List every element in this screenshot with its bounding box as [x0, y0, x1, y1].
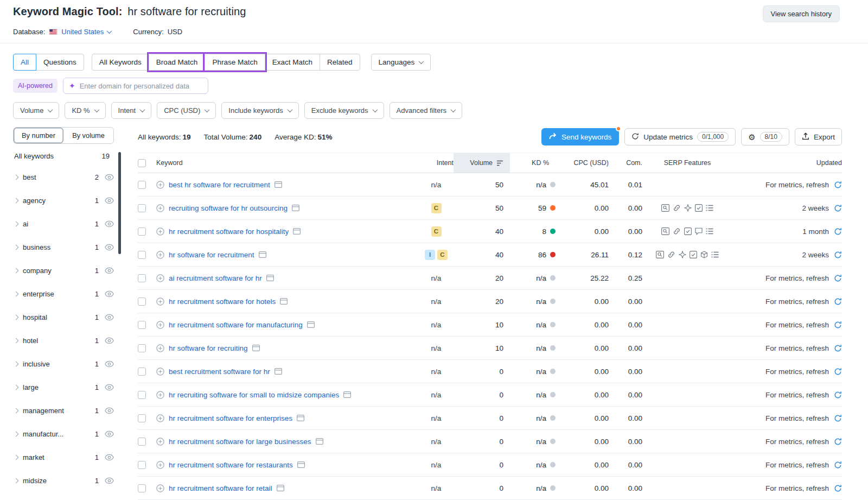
serp-preview-icon[interactable]: [277, 485, 284, 491]
serp-preview-icon[interactable]: [316, 438, 323, 445]
keyword-link[interactable]: hr recruitment software for retail: [169, 484, 272, 492]
filter-intent[interactable]: Intent: [111, 102, 152, 119]
filter-cpc-usd[interactable]: CPC (USD): [157, 102, 216, 119]
keyword-link[interactable]: recruiting software for hr outsourcing: [169, 204, 288, 212]
column-cpc[interactable]: CPC (USD): [557, 153, 611, 173]
serp-preview-icon[interactable]: [266, 275, 274, 281]
row-checkbox[interactable]: [138, 414, 146, 422]
add-keyword-icon[interactable]: [156, 368, 164, 376]
column-keyword[interactable]: Keyword: [156, 153, 419, 173]
refresh-icon[interactable]: [834, 438, 842, 446]
refresh-icon[interactable]: [834, 204, 842, 212]
add-keyword-icon[interactable]: [156, 251, 164, 259]
sidebar-group-market[interactable]: market 1: [13, 446, 114, 469]
eye-icon[interactable]: [105, 197, 114, 204]
column-updated[interactable]: Updated: [730, 153, 842, 173]
eye-icon[interactable]: [105, 431, 114, 438]
eye-icon[interactable]: [105, 384, 114, 391]
tab-phrase-match[interactable]: Phrase Match: [205, 54, 265, 71]
sidebar-group-midsize[interactable]: midsize 1: [13, 469, 114, 492]
row-checkbox[interactable]: [138, 344, 146, 352]
tab-all-keywords[interactable]: All Keywords: [92, 54, 149, 71]
export-button[interactable]: Export: [795, 128, 842, 145]
row-checkbox[interactable]: [138, 484, 146, 492]
sidebar-group-best[interactable]: best 2: [13, 166, 114, 189]
eye-icon[interactable]: [105, 220, 114, 227]
serp-preview-icon[interactable]: [297, 461, 305, 468]
send-keywords-button[interactable]: Send keywords: [541, 128, 619, 145]
column-serp-features[interactable]: SERP Features: [644, 153, 730, 173]
update-metrics-button[interactable]: Update metrics 0/1,000: [624, 128, 736, 145]
column-com[interactable]: Com.: [611, 153, 644, 173]
serp-preview-icon[interactable]: [275, 181, 282, 188]
refresh-icon[interactable]: [834, 368, 842, 376]
add-keyword-icon[interactable]: [156, 484, 164, 492]
serp-preview-icon[interactable]: [259, 251, 266, 258]
sidebar-group-company[interactable]: company 1: [13, 259, 114, 282]
row-checkbox[interactable]: [138, 204, 146, 212]
eye-icon[interactable]: [105, 477, 114, 484]
tab-broad-match[interactable]: Broad Match: [149, 54, 206, 71]
add-keyword-icon[interactable]: [156, 298, 164, 306]
tab-related[interactable]: Related: [320, 54, 360, 71]
tab-exact-match[interactable]: Exact Match: [265, 54, 320, 71]
refresh-icon[interactable]: [834, 181, 842, 189]
add-keyword-icon[interactable]: [156, 181, 164, 189]
sidebar-group-business[interactable]: business 1: [13, 236, 114, 259]
refresh-icon[interactable]: [834, 227, 842, 236]
row-checkbox[interactable]: [138, 368, 146, 376]
row-checkbox[interactable]: [138, 251, 146, 259]
row-checkbox[interactable]: [138, 461, 146, 469]
column-volume[interactable]: Volume: [454, 153, 510, 173]
refresh-icon[interactable]: [834, 251, 842, 259]
select-all-checkbox[interactable]: [138, 159, 146, 167]
by-number-toggle[interactable]: By number: [14, 128, 63, 143]
sidebar-group-inclusive[interactable]: inclusive 1: [13, 352, 114, 376]
sidebar-group-agency[interactable]: agency 1: [13, 189, 114, 212]
row-checkbox[interactable]: [138, 274, 146, 282]
sidebar-group-large[interactable]: large 1: [13, 376, 114, 399]
eye-icon[interactable]: [105, 244, 114, 251]
serp-preview-icon[interactable]: [293, 228, 301, 235]
serp-preview-icon[interactable]: [275, 368, 282, 375]
sidebar-group-management[interactable]: management 1: [13, 399, 114, 422]
add-keyword-icon[interactable]: [156, 227, 164, 236]
serp-preview-icon[interactable]: [307, 321, 315, 328]
keyword-link[interactable]: hr recruitment software for manufacturin…: [169, 321, 303, 329]
keyword-link[interactable]: best hr software for recruitment: [169, 181, 270, 189]
row-checkbox[interactable]: [138, 391, 146, 399]
keyword-link[interactable]: hr recruiting software for small to mids…: [169, 391, 339, 399]
column-kd[interactable]: KD %: [510, 153, 557, 173]
keyword-link[interactable]: hr recruitment software for hospitality: [169, 227, 289, 236]
row-checkbox[interactable]: [138, 227, 146, 236]
eye-icon[interactable]: [105, 360, 114, 368]
eye-icon[interactable]: [105, 454, 114, 461]
eye-icon[interactable]: [105, 407, 114, 414]
keyword-link[interactable]: hr recruitment software for enterprises: [169, 414, 292, 422]
eye-icon[interactable]: [105, 314, 114, 321]
column-intent[interactable]: Intent: [419, 153, 454, 173]
add-keyword-icon[interactable]: [156, 461, 164, 469]
row-checkbox[interactable]: [138, 321, 146, 329]
sidebar-group-hospital[interactable]: hospital 1: [13, 306, 114, 329]
eye-icon[interactable]: [105, 337, 114, 344]
filter-exclude-keywords[interactable]: Exclude keywords: [304, 102, 384, 119]
sidebar-group-manufactur[interactable]: manufactur... 1: [13, 422, 114, 446]
tab-all[interactable]: All: [13, 54, 36, 71]
refresh-icon[interactable]: [834, 321, 842, 329]
refresh-icon[interactable]: [834, 298, 842, 306]
filter-include-keywords[interactable]: Include keywords: [221, 102, 298, 119]
row-checkbox[interactable]: [138, 438, 146, 446]
database-selector[interactable]: United States: [49, 28, 111, 36]
add-keyword-icon[interactable]: [156, 344, 164, 352]
serp-preview-icon[interactable]: [297, 415, 304, 421]
settings-button[interactable]: ⚙ 8/10: [741, 128, 789, 145]
add-keyword-icon[interactable]: [156, 414, 164, 422]
keyword-link[interactable]: ai recruitment software for hr: [169, 274, 262, 282]
refresh-icon[interactable]: [834, 274, 842, 282]
refresh-icon[interactable]: [834, 414, 842, 422]
keyword-link[interactable]: hr recruitment software for restaurants: [169, 461, 293, 469]
refresh-icon[interactable]: [834, 344, 842, 352]
sidebar-group-ai[interactable]: ai 1: [13, 212, 114, 236]
filter-kd[interactable]: KD %: [65, 102, 105, 119]
